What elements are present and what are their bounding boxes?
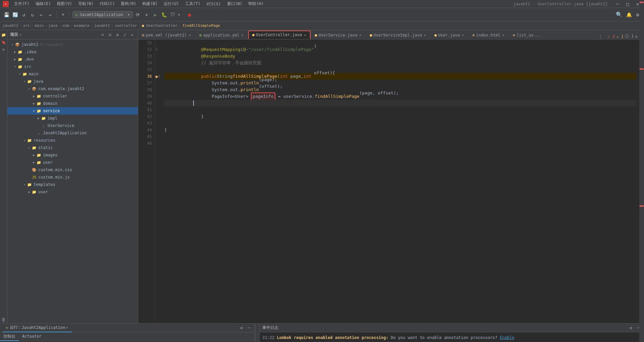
stop-button[interactable]: ■ xyxy=(186,11,193,18)
tree-item-domain[interactable]: ▶ 📁 domain xyxy=(7,100,138,107)
tree-expand-button[interactable]: ⤢ xyxy=(122,32,128,38)
tree-item-package[interactable]: ▾ 📦 com.example.javaht2 xyxy=(7,85,138,92)
tab-close-user[interactable]: ✕ xyxy=(461,33,465,37)
tab-close-index[interactable]: ✕ xyxy=(502,33,505,37)
breadcrumb-example[interactable]: example xyxy=(74,23,89,28)
project-icon[interactable]: 📁 xyxy=(0,31,7,38)
pom-icon: ⊞ xyxy=(142,33,144,38)
breadcrumb-javaht2[interactable]: javaht2 xyxy=(3,23,18,28)
tree-item-java[interactable]: ▾ 📁 java xyxy=(7,78,138,85)
run-console-tab[interactable]: 控制台 xyxy=(0,332,19,341)
tree-item-static[interactable]: ▾ 📁 static xyxy=(7,144,138,151)
menu-item-edit[interactable]: 编辑(E) xyxy=(33,0,54,7)
tree-item-controller[interactable]: ▶ 📁 controller xyxy=(7,92,138,100)
tree-item-src[interactable]: ▾ 📁 src xyxy=(7,63,138,70)
tree-item-css[interactable]: ▶ 🎨 custom.min.css xyxy=(7,166,138,174)
menu-item-tools[interactable]: 工具(T) xyxy=(182,0,203,7)
run-button[interactable]: ▶ xyxy=(152,11,159,18)
run-minimize-button[interactable]: ─ xyxy=(246,325,252,331)
tree-item-resources[interactable]: ▾ 📁 resources xyxy=(7,137,138,144)
menu-item-window[interactable]: 窗口(W) xyxy=(224,0,245,7)
undo-button[interactable]: ↺ xyxy=(20,11,28,18)
tree-item-templates[interactable]: ▾ 📁 templates xyxy=(7,181,138,188)
add-config-button[interactable]: + xyxy=(143,11,150,18)
forward-button[interactable]: → xyxy=(46,11,54,18)
tree-item-main[interactable]: ▾ 📁 main xyxy=(7,70,138,78)
tree-item-js[interactable]: ▶ JS custom.min.js xyxy=(7,174,138,181)
tab-user-java[interactable]: ● User.java ✕ xyxy=(431,30,468,39)
breadcrumb-controller[interactable]: controller xyxy=(115,23,137,28)
sync-project-button[interactable]: ⟳ xyxy=(134,11,142,18)
structure-icon[interactable]: ≡ xyxy=(0,46,7,53)
coverage-button[interactable]: ⛉ xyxy=(169,11,176,18)
cursor-button[interactable]: ⌖ xyxy=(59,11,67,18)
tree-item-userservice[interactable]: ▶ ☕ UserService xyxy=(7,122,138,129)
run-config-selector[interactable]: ▶ Javaht2Application ▾ xyxy=(72,11,133,18)
run-settings-icon[interactable]: ⚙ xyxy=(238,325,245,331)
event-link-enable-1[interactable]: Enable xyxy=(500,335,514,340)
menu-item-vcs[interactable]: VCS(S) xyxy=(204,1,223,7)
tree-item-user-static[interactable]: ▶ 📁 user xyxy=(7,159,138,166)
minimize-button[interactable]: ─ xyxy=(614,0,621,8)
run-close-button[interactable]: ✕ xyxy=(65,326,69,329)
menu-item-run[interactable]: 运行(U) xyxy=(161,0,182,7)
tree-close-button[interactable]: ✕ xyxy=(129,32,135,38)
tree-item-idea[interactable]: ▶ 📁 .idea xyxy=(7,48,138,56)
tree-item-impl[interactable]: ▶ 📁 impl xyxy=(7,115,138,122)
tab-userservice[interactable]: ● UserService.java ✕ xyxy=(311,30,366,39)
sync-button[interactable]: 🔄 xyxy=(11,11,19,18)
search-everywhere-icon[interactable]: 🔍 xyxy=(614,10,624,19)
expand-icon[interactable]: ∧ xyxy=(635,34,638,39)
code-editor[interactable]: @RequestMapping(@~"/user/findAllSimplePa… xyxy=(162,40,639,323)
menu-item-refactor[interactable]: 重构(R) xyxy=(118,0,139,7)
back-button[interactable]: ← xyxy=(38,11,45,18)
tree-item-root[interactable]: ▾ 📦 javaht2 E:/javaht2 xyxy=(7,41,138,48)
tab-list-user[interactable]: ⊛ list_us... xyxy=(509,30,544,39)
tab-close-controller[interactable]: ✕ xyxy=(303,33,307,37)
tab-close-yaml[interactable]: ✕ xyxy=(241,33,244,37)
tree-item-application[interactable]: ▶ ☕ Javaht2Application xyxy=(7,129,138,137)
menu-item-code[interactable]: 代码(C) xyxy=(97,0,118,7)
tree-item-images[interactable]: ▶ 📁 images xyxy=(7,151,138,159)
breadcrumb-usercontroller[interactable]: ● UserController xyxy=(142,23,177,28)
tab-pom-xml[interactable]: ⊞ pom.xml (javaht2) ✕ xyxy=(138,30,195,39)
breadcrumb-javaht2-pkg[interactable]: javaht2 xyxy=(94,23,110,28)
code-line-36: public String findAllSimplePage(int page… xyxy=(164,73,637,80)
tab-close-serviceimpl[interactable]: ✕ xyxy=(423,33,427,37)
breadcrumb-java[interactable]: java xyxy=(49,23,58,28)
locate-file-button[interactable]: ⊙ xyxy=(100,32,106,38)
tab-more-button[interactable]: ⋮ xyxy=(596,35,605,39)
breadcrumb-com[interactable]: com xyxy=(62,23,69,28)
tab-usercontroller[interactable]: ● UserController.java ✕ xyxy=(248,30,311,39)
menu-item-build[interactable]: 构建(B) xyxy=(140,0,160,7)
tree-item-service[interactable]: ▾ 📁 service xyxy=(7,107,138,115)
menu-item-file[interactable]: 文件(F) xyxy=(11,0,32,7)
tab-index-html[interactable]: ⊛ index.html ✕ xyxy=(469,30,509,39)
menu-item-nav[interactable]: 导航(N) xyxy=(75,0,96,7)
event-settings-icon[interactable]: ⚙ xyxy=(628,325,634,331)
collapse-all-button[interactable]: ⊟ xyxy=(107,32,113,38)
tab-userserviceimpl[interactable]: ● UserServiceImpl.java ✕ xyxy=(366,30,430,39)
tree-item-mvn[interactable]: ▶ 📁 .mvn xyxy=(7,56,138,63)
vertical-scrollbar[interactable] xyxy=(255,324,260,342)
maximize-button[interactable]: □ xyxy=(624,0,631,8)
run-panel-tab-run[interactable]: ▶ 运行: Javaht2Application ✕ xyxy=(3,324,72,332)
breadcrumb-main[interactable]: main xyxy=(35,23,44,28)
dropdown-arrow[interactable]: ▾ xyxy=(178,12,184,17)
breadcrumb-method[interactable]: findAllSimplePage xyxy=(182,23,220,28)
run-actuator-tab[interactable]: Actuator xyxy=(19,332,45,341)
jpa-icon[interactable]: 🗄 xyxy=(0,317,7,323)
tree-item-user-templates[interactable]: ▶ 📁 user xyxy=(7,188,138,196)
tab-application-yml[interactable]: ⚙ application.yml ✕ xyxy=(196,30,248,39)
bookmarks-icon[interactable]: 🔖 xyxy=(0,39,7,46)
tree-settings-button[interactable]: ⚙ xyxy=(114,32,120,38)
menu-item-help[interactable]: 帮助(H) xyxy=(246,0,266,7)
breadcrumb-src[interactable]: src xyxy=(23,23,30,28)
menu-item-view[interactable]: 视图(V) xyxy=(54,0,75,7)
redo-button[interactable]: ↻ xyxy=(29,11,36,18)
tab-close-service[interactable]: ✕ xyxy=(359,33,362,37)
notifications-icon[interactable]: 🔔 xyxy=(625,11,633,18)
debug-button[interactable]: 🐛 xyxy=(160,11,168,18)
save-all-button[interactable]: 💾 xyxy=(3,11,10,18)
tab-close-pom[interactable]: ✕ xyxy=(188,33,192,37)
